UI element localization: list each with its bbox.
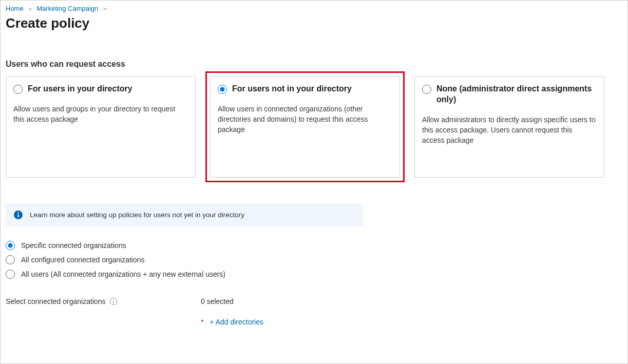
card-description: Allow administrators to directly assign … (422, 114, 597, 146)
radio-icon[interactable] (218, 85, 227, 94)
option-label: All configured connected organizations (21, 256, 145, 264)
selected-count: 0 selected (201, 297, 263, 305)
card-none-admin-only[interactable]: None (administrator direct assignments o… (414, 76, 604, 178)
breadcrumb-marketing-campaign[interactable]: Marketing Campaign (36, 5, 98, 12)
card-description: Allow users in connected organizations (… (218, 104, 392, 135)
chevron-right-icon: > (103, 6, 106, 12)
option-all-users[interactable]: All users (All connected organizations +… (6, 270, 622, 279)
option-specific-connected-orgs[interactable]: Specific connected organizations (6, 241, 622, 250)
option-label: All users (All connected organizations +… (21, 270, 225, 278)
card-title: For users not in your directory (232, 84, 352, 94)
radio-icon[interactable] (6, 241, 15, 250)
radio-icon[interactable] (422, 85, 431, 94)
info-banner-text: Learn more about setting up policies for… (30, 211, 244, 219)
radio-icon[interactable] (6, 255, 15, 264)
section-heading-users: Users who can request access (6, 60, 622, 69)
card-title: None (administrator direct assignments o… (436, 84, 597, 105)
info-icon (14, 210, 23, 219)
request-access-cards: For users in your directory Allow users … (6, 76, 622, 178)
select-connected-orgs-label: Select connected organizations i (6, 297, 201, 305)
radio-icon[interactable] (13, 85, 23, 94)
info-banner[interactable]: Learn more about setting up policies for… (6, 203, 363, 226)
card-description: Allow users and groups in your directory… (13, 104, 188, 125)
info-icon[interactable]: i (110, 298, 117, 305)
card-users-in-directory[interactable]: For users in your directory Allow users … (6, 76, 196, 178)
svg-rect-1 (18, 214, 19, 217)
required-asterisk: * (201, 318, 203, 326)
option-label: Specific connected organizations (21, 241, 126, 250)
svg-point-2 (17, 212, 18, 213)
connected-org-scope-list: Specific connected organizations All con… (6, 241, 622, 279)
option-all-configured-orgs[interactable]: All configured connected organizations (6, 255, 622, 264)
breadcrumb: Home > Marketing Campaign > (6, 5, 622, 12)
add-directories-link[interactable]: + Add directories (210, 318, 263, 326)
breadcrumb-home[interactable]: Home (6, 5, 24, 12)
radio-icon[interactable] (6, 270, 15, 279)
card-title: For users in your directory (28, 84, 132, 94)
chevron-right-icon: > (28, 6, 31, 12)
card-users-not-in-directory[interactable]: For users not in your directory Allow us… (210, 76, 400, 178)
page-title: Create policy (6, 15, 622, 31)
